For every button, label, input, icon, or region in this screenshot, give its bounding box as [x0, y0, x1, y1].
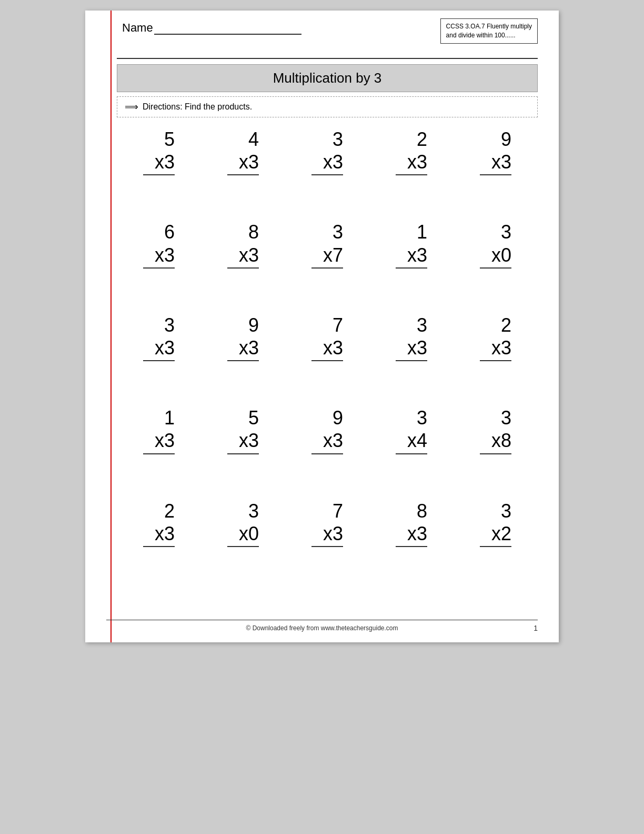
problem-multiplicand: 5: [227, 406, 259, 429]
problem-multiplicand: 3: [311, 128, 343, 151]
problem-multiplier: x0: [227, 522, 259, 547]
problem-answer[interactable]: [396, 454, 427, 473]
problem-multiplier: x3: [396, 244, 427, 269]
problem-5-4: 8x3: [380, 500, 443, 566]
problem-3-2: 9x3: [212, 314, 275, 380]
problem-multiplicand: 9: [311, 406, 343, 429]
problem-multiplicand: 2: [143, 500, 175, 522]
problem-multiplier: x4: [396, 429, 427, 454]
problem-answer[interactable]: [480, 361, 511, 380]
problems-row-5: 2x33x07x38x33x2: [117, 500, 538, 566]
problem-answer[interactable]: [480, 175, 511, 194]
problem-3-5: 2x3: [464, 314, 527, 380]
problem-answer[interactable]: [143, 361, 175, 380]
problem-answer[interactable]: [143, 454, 175, 473]
problem-5-5: 3x2: [464, 500, 527, 566]
problem-4-2: 5x3: [212, 406, 275, 473]
problem-multiplicand: 6: [143, 221, 175, 243]
problem-answer[interactable]: [143, 547, 175, 566]
problem-answer[interactable]: [396, 175, 427, 194]
standard-box: CCSS 3.OA.7 Fluently multiply and divide…: [440, 18, 538, 44]
problem-answer[interactable]: [480, 454, 511, 473]
problem-answer[interactable]: [143, 269, 175, 287]
problem-4-1: 1x3: [127, 406, 190, 473]
problem-answer[interactable]: [311, 175, 343, 194]
problem-multiplier: x8: [480, 429, 511, 454]
problem-multiplier: x3: [143, 151, 175, 175]
problem-multiplicand: 7: [311, 314, 343, 336]
problem-answer[interactable]: [311, 361, 343, 380]
problem-answer[interactable]: [396, 361, 427, 380]
problem-multiplier: x3: [311, 429, 343, 454]
problem-answer[interactable]: [227, 175, 259, 194]
problem-3-3: 7x3: [296, 314, 359, 380]
name-label: Name: [122, 21, 153, 35]
problem-multiplicand: 2: [396, 128, 427, 151]
name-input-line: [154, 23, 301, 35]
problem-4-3: 9x3: [296, 406, 359, 473]
problem-multiplicand: 3: [480, 221, 511, 243]
directions-box: ⟹ Directions: Find the products.: [117, 96, 538, 117]
problem-multiplier: x3: [227, 244, 259, 269]
top-divider: [117, 58, 538, 59]
problem-multiplier: x3: [311, 151, 343, 175]
problem-4-5: 3x8: [464, 406, 527, 473]
problem-multiplicand: 8: [396, 500, 427, 522]
problem-5-1: 2x3: [127, 500, 190, 566]
worksheet-title: Multiplication by 3: [117, 64, 538, 92]
directions-text: Directions: Find the products.: [143, 102, 252, 112]
problem-multiplier: x3: [396, 522, 427, 547]
problem-multiplicand: 1: [143, 406, 175, 429]
problem-answer[interactable]: [311, 269, 343, 287]
problem-multiplier: x3: [480, 151, 511, 175]
problem-multiplicand: 3: [311, 221, 343, 243]
problems-row-2: 6x38x33x71x33x0: [117, 221, 538, 287]
problem-multiplicand: 5: [143, 128, 175, 151]
problem-answer[interactable]: [396, 269, 427, 287]
problem-multiplier: x3: [396, 151, 427, 175]
problem-multiplier: x3: [143, 522, 175, 547]
arrow-icon: ⟹: [125, 101, 138, 113]
problem-answer[interactable]: [227, 547, 259, 566]
problem-5-3: 7x3: [296, 500, 359, 566]
problem-multiplicand: 2: [480, 314, 511, 336]
problem-2-3: 3x7: [296, 221, 359, 287]
problem-multiplicand: 3: [396, 406, 427, 429]
problem-3-1: 3x3: [127, 314, 190, 380]
problem-3-4: 3x3: [380, 314, 443, 380]
worksheet-page: CCSS 3.OA.7 Fluently multiply and divide…: [85, 11, 559, 642]
problem-answer[interactable]: [143, 175, 175, 194]
footer: © Downloaded freely from www.theteachers…: [106, 620, 538, 632]
problem-multiplier: x3: [143, 429, 175, 454]
problem-answer[interactable]: [227, 454, 259, 473]
problem-1-1: 5x3: [127, 128, 190, 194]
problem-multiplier: x0: [480, 244, 511, 269]
problem-multiplicand: 8: [227, 221, 259, 243]
problems-section: 5x34x33x32x39x36x38x33x71x33x03x39x37x33…: [117, 128, 538, 577]
problem-multiplicand: 3: [480, 406, 511, 429]
problem-1-2: 4x3: [212, 128, 275, 194]
problem-answer[interactable]: [227, 269, 259, 287]
problem-1-3: 3x3: [296, 128, 359, 194]
problem-1-5: 9x3: [464, 128, 527, 194]
problem-answer[interactable]: [227, 361, 259, 380]
problem-multiplicand: 7: [311, 500, 343, 522]
problem-multiplicand: 3: [480, 500, 511, 522]
problem-5-2: 3x0: [212, 500, 275, 566]
problem-answer[interactable]: [311, 454, 343, 473]
problems-row-4: 1x35x39x33x43x8: [117, 406, 538, 473]
problem-multiplier: x3: [311, 522, 343, 547]
problem-answer[interactable]: [480, 547, 511, 566]
problem-multiplier: x3: [480, 336, 511, 361]
name-line: Name: [122, 21, 301, 35]
problem-multiplier: x3: [227, 151, 259, 175]
problem-multiplier: x3: [143, 336, 175, 361]
problem-multiplier: x3: [143, 244, 175, 269]
problem-answer[interactable]: [311, 547, 343, 566]
problems-row-3: 3x39x37x33x32x3: [117, 314, 538, 380]
problem-2-5: 3x0: [464, 221, 527, 287]
problem-2-1: 6x3: [127, 221, 190, 287]
page-number: 1: [534, 624, 538, 632]
problem-answer[interactable]: [396, 547, 427, 566]
problem-answer[interactable]: [480, 269, 511, 287]
